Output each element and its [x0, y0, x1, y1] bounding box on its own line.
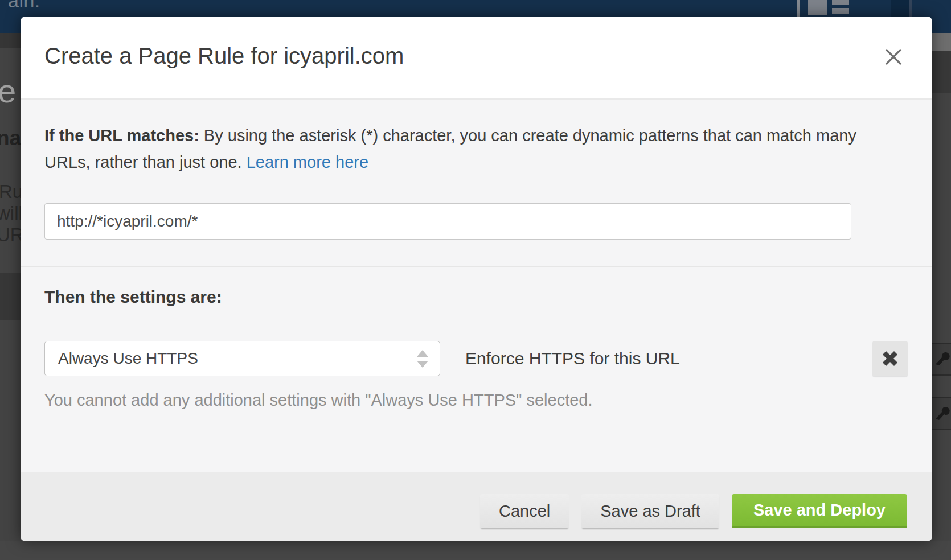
news-icon	[797, 0, 851, 17]
setting-description: Enforce HTTPS for this URL	[465, 349, 680, 368]
setting-select[interactable]: Always Use HTTPS	[44, 341, 440, 376]
background-wrench-button	[932, 397, 951, 430]
learn-more-link[interactable]: Learn more here	[247, 153, 368, 171]
close-button[interactable]	[881, 44, 906, 69]
wrench-icon	[934, 405, 950, 422]
url-match-description: If the URL matches: By using the asteris…	[44, 122, 864, 176]
modal-body: If the URL matches: By using the asteris…	[21, 100, 932, 410]
background-navbar-text-fragment: ain.	[8, 0, 40, 12]
background-band	[0, 541, 951, 560]
settings-heading: Then the settings are:	[44, 287, 908, 307]
background-wrench-button	[932, 343, 951, 376]
modal-header: Create a Page Rule for icyapril.com	[21, 17, 932, 100]
news-icon-line	[832, 0, 849, 5]
news-icon-line	[832, 8, 849, 14]
wrench-icon	[934, 351, 950, 368]
cancel-button[interactable]: Cancel	[480, 494, 569, 528]
modal-footer: Cancel Save as Draft Save and Deploy	[21, 472, 932, 541]
chevron-down-icon	[417, 361, 428, 368]
save-and-deploy-button[interactable]: Save and Deploy	[732, 494, 907, 528]
section-divider	[21, 266, 932, 267]
news-icon-left-bar	[797, 0, 800, 17]
modal-title: Create a Page Rule for icyapril.com	[44, 43, 404, 69]
background-text-fragment: e	[0, 72, 16, 110]
background-band	[932, 33, 951, 51]
background-text-fragment: will	[0, 203, 23, 224]
setting-select-value: Always Use HTTPS	[45, 349, 405, 368]
background-text-fragment: Ru	[0, 181, 23, 203]
settings-note: You cannot add any additional settings w…	[44, 391, 908, 410]
background-band	[0, 33, 21, 48]
url-pattern-input[interactable]	[44, 203, 851, 240]
background-text-fragment: UR	[0, 224, 24, 246]
close-icon	[884, 47, 903, 67]
remove-setting-button[interactable]	[872, 341, 908, 376]
background-band	[932, 51, 951, 93]
create-page-rule-modal: Create a Page Rule for icyapril.com If t…	[21, 17, 932, 541]
save-as-draft-button[interactable]: Save as Draft	[581, 494, 719, 528]
chevron-up-icon	[417, 350, 428, 357]
select-stepper[interactable]	[405, 341, 440, 376]
background-table-header-fragment	[0, 273, 21, 320]
news-icon-square	[808, 0, 827, 15]
profile-icon	[891, 0, 912, 18]
url-match-label: If the URL matches:	[44, 126, 199, 145]
remove-setting-x-icon	[882, 350, 899, 367]
settings-row: Always Use HTTPS Enforce HTTPS for this …	[44, 341, 908, 376]
